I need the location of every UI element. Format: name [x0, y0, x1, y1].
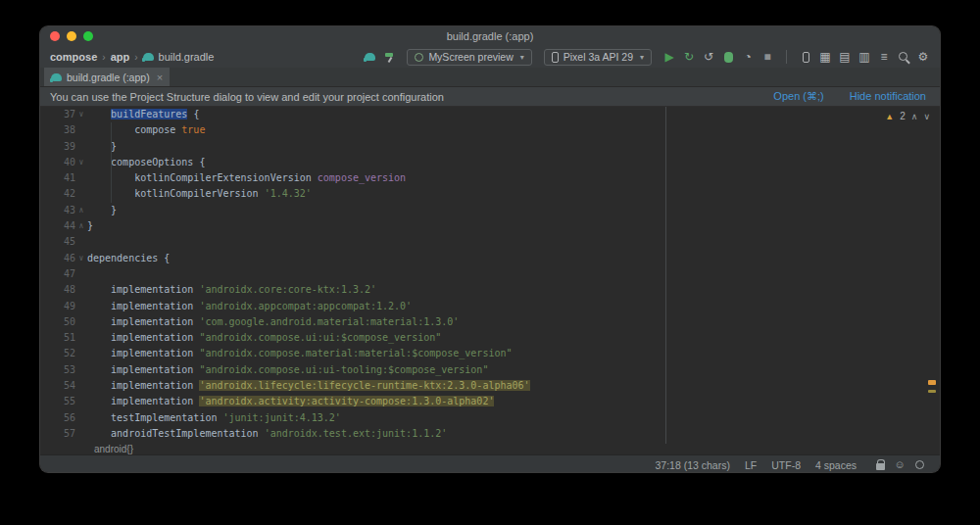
gradle-sync-icon[interactable] [361, 48, 378, 66]
run-config-icon [415, 53, 423, 62]
close-window-button[interactable] [50, 31, 60, 41]
status-right: 37:18 (13 chars) LF UTF-8 4 spaces ☺ [655, 456, 928, 474]
line-number: 56 [40, 410, 75, 426]
code-line: 45 [40, 234, 940, 250]
code-text[interactable]: } [87, 139, 940, 155]
warning-count[interactable]: 2 [900, 111, 906, 121]
right-margin-guide [665, 107, 666, 444]
code-text[interactable]: implementation 'androidx.lifecycle:lifec… [87, 378, 940, 394]
debug-button[interactable] [719, 48, 737, 66]
breadcrumb-item[interactable]: app [111, 51, 130, 63]
code-text[interactable]: implementation 'com.google.android.mater… [87, 314, 940, 330]
fold-gutter [75, 394, 87, 409]
line-number: 45 [40, 234, 75, 250]
line-number: 46 [40, 251, 75, 266]
search-icon[interactable] [895, 48, 912, 66]
indent-setting[interactable]: 4 spaces [815, 459, 857, 471]
notification-banner: You can use the Project Structure dialog… [40, 87, 940, 107]
code-text[interactable]: implementation 'androidx.appcompat:appco… [87, 299, 940, 314]
run-button[interactable]: ▶ [661, 48, 678, 66]
ide-feedback-smiley-icon[interactable]: ☺ [891, 456, 908, 474]
line-number: 39 [40, 139, 75, 155]
stop-button[interactable]: ■ [759, 48, 776, 66]
previous-warning-icon[interactable]: ∧ [911, 112, 918, 121]
fold-gutter [75, 330, 87, 346]
device-phone-icon [552, 52, 559, 63]
file-encoding[interactable]: UTF-8 [771, 459, 801, 471]
code-line: 52 implementation "androidx.compose.mate… [40, 346, 940, 361]
code-text[interactable]: composeOptions { [87, 155, 940, 170]
fold-gutter [75, 186, 87, 202]
chevron-down-icon: ▾ [520, 53, 524, 62]
code-text[interactable]: androidTestImplementation 'androidx.test… [87, 426, 940, 442]
logcat-icon[interactable]: ≡ [875, 48, 893, 66]
warning-stripe-mark[interactable] [928, 380, 936, 385]
readonly-lock-icon[interactable] [871, 456, 889, 474]
code-text[interactable] [87, 266, 940, 282]
next-warning-icon[interactable]: ∨ [923, 112, 930, 121]
event-log-icon[interactable] [910, 456, 928, 474]
code-line: 56 testImplementation 'junit:junit:4.13.… [40, 410, 940, 426]
code-text[interactable]: compose true [87, 122, 940, 138]
breadcrumb: compose›app›build.gradle [50, 51, 214, 63]
code-text[interactable]: } [87, 218, 940, 234]
fold-marker[interactable]: ∧ [75, 203, 87, 218]
editor-tab-bar: build.gradle (:app) × [40, 68, 940, 87]
device-select[interactable]: Pixel 3a API 29 ▾ [544, 49, 652, 66]
code-text[interactable]: dependencies { [87, 251, 940, 266]
caret-position[interactable]: 37:18 (13 chars) [655, 459, 729, 471]
code-text[interactable]: implementation 'androidx.core:core-ktx:1… [87, 282, 940, 298]
code-text[interactable]: } [87, 203, 940, 218]
code-line: 54 implementation 'androidx.lifecycle:li… [40, 378, 940, 394]
code-text[interactable]: kotlinCompilerVersion '1.4.32' [87, 186, 940, 202]
line-number: 54 [40, 378, 75, 394]
code-editor[interactable]: 37∨ buildFeatures {38 compose true39 }40… [40, 107, 940, 444]
inspections-widget: ▲ 2 ∧ ∨ [885, 111, 930, 121]
tab-build-gradle[interactable]: build.gradle (:app) × [44, 68, 170, 86]
fold-marker[interactable]: ∧ [75, 218, 87, 234]
banner-links: Open (⌘;) Hide notification [773, 90, 926, 103]
run-config-select[interactable]: MyScreen preview ▾ [407, 49, 531, 66]
settings-icon[interactable]: ⚙ [914, 48, 932, 66]
breadcrumb-item[interactable]: compose [50, 51, 97, 63]
zoom-window-button[interactable] [83, 31, 93, 41]
fold-marker[interactable]: ∨ [75, 251, 87, 266]
title-bar: build.gradle (:app) [40, 26, 940, 46]
toolbar-separator [786, 50, 787, 64]
line-number: 49 [40, 299, 75, 314]
resource-manager-icon[interactable]: ▦ [816, 48, 834, 66]
code-text[interactable]: implementation "androidx.compose.ui:ui:$… [87, 330, 940, 346]
fold-marker[interactable]: ∨ [75, 155, 87, 170]
close-tab-icon[interactable]: × [157, 72, 163, 83]
code-text[interactable]: buildFeatures { [87, 107, 940, 122]
open-project-structure-link[interactable]: Open (⌘;) [773, 90, 823, 103]
fold-gutter [75, 266, 87, 282]
scope-breadcrumb[interactable]: android{} [94, 444, 133, 454]
bottom-breadcrumb[interactable]: android{} [40, 444, 940, 454]
line-separator[interactable]: LF [745, 459, 757, 471]
minimize-window-button[interactable] [67, 31, 76, 41]
code-line: 40∨ composeOptions { [40, 155, 940, 170]
make-project-icon[interactable] [380, 48, 398, 66]
fold-marker[interactable]: ∨ [75, 107, 87, 122]
line-number: 57 [40, 426, 75, 442]
layout-inspector-icon[interactable]: ▤ [836, 48, 854, 66]
code-text[interactable]: implementation "androidx.compose.ui:ui-t… [87, 362, 940, 378]
apply-code-changes-button[interactable]: ↺ [700, 48, 717, 66]
fold-gutter [75, 122, 87, 138]
profile-button[interactable]: ◔ [739, 48, 757, 66]
code-text[interactable]: kotlinCompilerExtensionVersion compose_v… [87, 170, 940, 186]
device-file-explorer-icon[interactable]: ▥ [856, 48, 873, 66]
code-text[interactable]: implementation "androidx.compose.materia… [87, 346, 940, 361]
warning-stripe-mark[interactable] [928, 390, 936, 393]
hide-notification-link[interactable]: Hide notification [850, 90, 926, 103]
code-text[interactable]: implementation 'androidx.activity:activi… [87, 394, 940, 409]
code-text[interactable] [87, 234, 940, 250]
breadcrumb-item[interactable]: build.gradle [159, 51, 215, 63]
apply-changes-button[interactable]: ↻ [680, 48, 698, 66]
fold-gutter [75, 170, 87, 186]
line-number: 52 [40, 346, 75, 361]
code-text[interactable]: testImplementation 'junit:junit:4.13.2' [87, 410, 940, 426]
code-line: 41 kotlinCompilerExtensionVersion compos… [40, 170, 940, 186]
device-manager-icon[interactable] [797, 48, 814, 66]
